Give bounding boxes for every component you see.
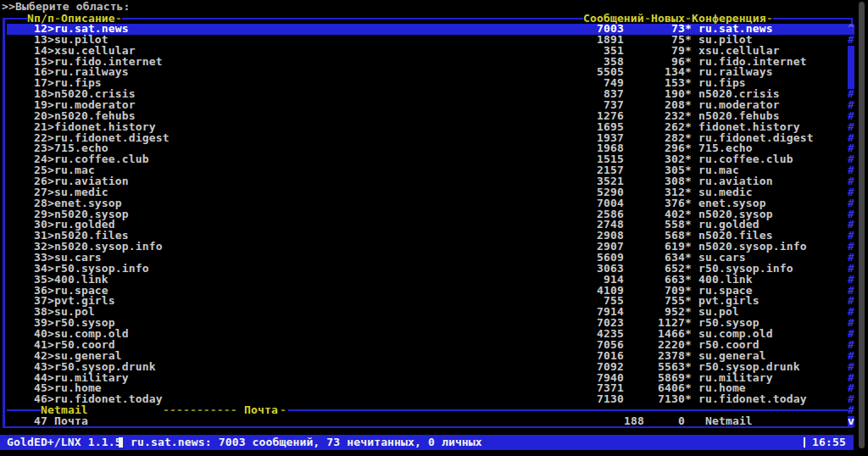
panel-border-left (3, 18, 5, 428)
area-new-count: 0 (593, 416, 685, 427)
separator-rule (288, 409, 848, 411)
separator-mail-label: Почта (244, 405, 278, 416)
statusbar-divider-icon (119, 437, 123, 448)
list-item[interactable]: 46> ru.fidonet.today 7130 7130* ru.fidon… (7, 394, 854, 405)
scrollbar-down-icon[interactable]: v (848, 416, 854, 427)
terminal-scrollbar-thumb[interactable] (859, 2, 865, 448)
separator-dash-icon: - (280, 405, 287, 416)
header-rule (124, 18, 583, 19)
scrollbar-thumb[interactable] (848, 46, 854, 57)
area-list: 12> ru.sat.news 7003 73* ru.sat.news ^ 1… (7, 24, 854, 427)
header-rule (775, 18, 851, 19)
area-new-count: 7130* (600, 394, 692, 405)
area-conference: ru.fidonet.today (692, 394, 807, 405)
list-item-netmail[interactable]: 47 Почта 188 0 Netmail v (7, 416, 854, 427)
separator-dashes: ----------- (163, 405, 237, 416)
terminal-screen: >>Выберите область: Nп/п - Описание - Со… (0, 0, 868, 456)
echo-area-rows: 12> ru.sat.news 7003 73* ru.sat.news ^ 1… (7, 24, 854, 405)
scrollbar-thumb[interactable] (848, 67, 854, 78)
separator-rule (7, 409, 41, 411)
app-version-label: GoldED+/LNX 1.1.5 (7, 437, 122, 448)
header-dash-icon: - (644, 13, 651, 24)
scrollbar-track-icon[interactable]: # (848, 35, 854, 46)
prompt-text: >>Выберите область: (2, 1, 131, 12)
status-bar: GoldED+/LNX 1.1.5 ru.sat.news: 7003 сооб… (0, 435, 854, 450)
clock-divider-icon (804, 437, 805, 448)
area-conference: Netmail (698, 416, 753, 427)
area-description: Почта (47, 416, 88, 427)
current-area-status: ru.sat.news: 7003 сообщений, 73 нечитанн… (131, 437, 482, 448)
clock: 16:55 (812, 437, 846, 448)
scrollbar-thumb[interactable] (848, 57, 854, 68)
